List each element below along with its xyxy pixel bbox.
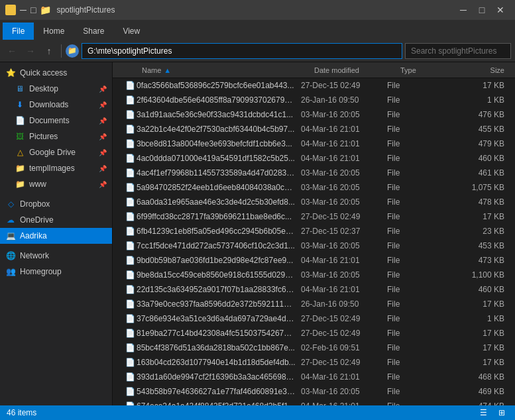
file-size: 453 KB: [435, 241, 515, 250]
templimages-icon: 📁: [15, 163, 25, 174]
address-bar-input[interactable]: [82, 43, 402, 59]
table-row[interactable]: 📄 22d135c3a634952a9017f07b1aa28833fc6b..…: [113, 282, 515, 297]
table-row[interactable]: 📄 9be8da15cc459ceb8560e918c61555d0291...…: [113, 268, 515, 282]
sidebar-label-downloads: Downloads: [29, 100, 68, 109]
table-row[interactable]: 📄 2f643604dbe56e64085ff8a79099370267963.…: [113, 93, 515, 107]
file-name: 3bce8d813a8004fee3e693befcfdf1cbb6e3...: [137, 139, 296, 148]
table-row[interactable]: 📄 85bc4f3876d51a36da2818ba502c1bb867e...…: [113, 341, 515, 355]
app-icon: [5, 5, 16, 15]
sidebar-item-downloads[interactable]: ⬇ Downloads 📌: [0, 97, 112, 113]
file-name: 3a22b1c4e42f0e2f7530acbf63440b4c5b97...: [137, 125, 296, 134]
table-row[interactable]: 📄 3a22b1c4e42f0e2f7530acbf63440b4c5b97..…: [113, 122, 515, 136]
file-size: 476 KB: [435, 110, 515, 119]
aadrika-icon: 💻: [5, 231, 16, 241]
network-icon: 🌐: [5, 250, 16, 261]
table-row[interactable]: 📄 81e9ba277c14bd42308a4fc5150375426709..…: [113, 326, 515, 341]
file-name: 9be8da15cc459ceb8560e918c61555d0291...: [137, 270, 296, 280]
file-size: 460 KB: [435, 154, 515, 163]
sidebar-item-network[interactable]: 🌐 Network: [0, 248, 112, 264]
table-row[interactable]: 📄 5a984702852f24eeb1d6eeb84084038a0c5e..…: [113, 180, 515, 195]
back-button[interactable]: ←: [4, 43, 20, 59]
table-row[interactable]: 📄 6f99ffcd38cc28717fa39b696211bae8ed6c..…: [113, 209, 515, 224]
file-type-icon: 📄: [123, 399, 137, 405]
table-row[interactable]: 📄 9bd0b59b87ae036fd1be29d98e42fc87ee9...…: [113, 253, 515, 268]
homegroup-icon: 👥: [5, 266, 16, 277]
restore-icon: □: [30, 5, 36, 15]
file-type: File: [382, 270, 435, 280]
sidebar-item-www[interactable]: 📁 www 📌: [0, 176, 112, 192]
table-row[interactable]: 📄 33a79e0cec937faa8596dd2e372b59211114..…: [113, 297, 515, 311]
sidebar-item-pictures[interactable]: 🖼 Pictures 📌: [0, 129, 112, 144]
sidebar-item-google-drive[interactable]: △ Google Drive 📌: [0, 144, 112, 160]
table-row[interactable]: 📄 393d1a60de9947cf2f16396b3a3ac4656986..…: [113, 370, 515, 384]
table-row[interactable]: 📄 4ac0ddda071000e419a54591df1582c5b25...…: [113, 151, 515, 166]
table-row[interactable]: 📄 543b58b97e4636627a1e77faf46d60891e35..…: [113, 384, 515, 399]
file-date: 03-Mar-16 20:05: [296, 183, 382, 192]
column-type-header[interactable]: Type: [395, 66, 448, 74]
file-type: File: [382, 358, 435, 367]
file-date: 03-Mar-16 20:05: [296, 168, 382, 178]
file-type-icon: 📄: [123, 195, 137, 209]
table-row[interactable]: 📄 37c86e934e3a51ce3d6a4da697a729ae4de...…: [113, 311, 515, 326]
sidebar-item-desktop[interactable]: 🖥 Desktop 📌: [0, 81, 112, 97]
minimize-icon: ─: [20, 5, 27, 15]
file-size: 1,100 KB: [435, 270, 515, 280]
file-type: File: [382, 227, 435, 236]
file-type: File: [382, 168, 435, 178]
table-row[interactable]: 📄 674ece24a1a424f88435f3d721c468d2b5f1..…: [113, 399, 515, 405]
forward-button[interactable]: →: [23, 43, 38, 59]
tab-share[interactable]: Share: [74, 23, 113, 40]
sidebar-label-quick-access: Quick access: [20, 68, 67, 78]
table-row[interactable]: 📄 6aa0da31e965aae46e3c3de4d2c5b30efd8...…: [113, 195, 515, 209]
tab-file[interactable]: File: [3, 23, 34, 40]
table-row[interactable]: 📄 3a1d91aac5e36c9e0f33ac9431dcbdc41c1...…: [113, 107, 515, 122]
status-right: ☰ ⊞: [477, 406, 508, 419]
large-icons-button[interactable]: ⊞: [495, 406, 508, 419]
tab-view[interactable]: View: [113, 23, 149, 40]
file-type: File: [382, 212, 435, 221]
sidebar: ⭐ Quick access 🖥 Desktop 📌 ⬇ Downloads 📌…: [0, 62, 113, 405]
up-button[interactable]: ↑: [41, 43, 57, 59]
file-date: 03-Mar-16 20:05: [296, 110, 382, 119]
onedrive-icon: ☁: [5, 215, 16, 225]
close-button[interactable]: ✕: [491, 3, 510, 17]
documents-icon: 📄: [15, 115, 25, 126]
file-type: File: [382, 197, 435, 207]
file-type: File: [382, 183, 435, 192]
minimize-button[interactable]: ─: [454, 3, 473, 17]
file-type: File: [382, 299, 435, 309]
table-row[interactable]: 📄 7cc1f5dce471dd272ac5737406cf10c2c3d1..…: [113, 238, 515, 253]
sidebar-item-templimages[interactable]: 📁 templImages 📌: [0, 160, 112, 176]
file-type-icon: 📄: [123, 254, 137, 267]
file-type: File: [382, 314, 435, 323]
sidebar-item-dropbox[interactable]: ◇ Dropbox: [0, 196, 112, 212]
file-date: 02-Feb-16 09:51: [296, 343, 382, 352]
file-name: 6aa0da31e965aae46e3c3de4d2c5b30efd8...: [137, 197, 296, 207]
file-date: 04-Mar-16 21:01: [296, 139, 382, 148]
file-size: 17 KB: [435, 329, 515, 338]
file-type: File: [382, 256, 435, 265]
search-input[interactable]: [405, 43, 511, 59]
file-type-icon: 📄: [123, 123, 137, 136]
table-row[interactable]: 📄 6fb41239c1eb8f5a05ed496cc2945b6b05e9..…: [113, 224, 515, 238]
table-row[interactable]: 📄 0fac3566baf536896c2579bcfc6ee01ab443..…: [113, 78, 515, 93]
sidebar-item-documents[interactable]: 📄 Documents 📌: [0, 113, 112, 129]
sidebar-item-quick-access[interactable]: ⭐ Quick access: [0, 65, 112, 81]
tab-home[interactable]: Home: [34, 23, 74, 40]
sidebar-item-homegroup[interactable]: 👥 Homegroup: [0, 264, 112, 280]
pin-icon-templimages: 📌: [99, 165, 107, 172]
maximize-button[interactable]: □: [473, 3, 491, 17]
table-row[interactable]: 📄 163b04cd263d1077940e14b1d18d5def4db...…: [113, 355, 515, 370]
navigation-bar: ← → ↑ 📁: [0, 40, 515, 62]
table-row[interactable]: 📄 4ac4f1ef79968b11455733589a4d47d0283b..…: [113, 166, 515, 180]
details-view-button[interactable]: ☰: [477, 406, 490, 419]
column-name-header[interactable]: Name ▲: [137, 66, 309, 74]
column-size-header[interactable]: Size: [448, 66, 515, 74]
table-row[interactable]: 📄 3bce8d813a8004fee3e693befcfdf1cbb6e3..…: [113, 136, 515, 151]
column-date-header[interactable]: Date modified: [309, 66, 395, 74]
sidebar-item-onedrive[interactable]: ☁ OneDrive: [0, 212, 112, 228]
sidebar-item-aadrika[interactable]: 💻 Aadrika: [0, 228, 112, 244]
file-name: 22d135c3a634952a9017f07b1aa28833fc6b...: [137, 285, 296, 294]
sidebar-label-onedrive: OneDrive: [20, 215, 54, 225]
file-size: 478 KB: [435, 197, 515, 207]
